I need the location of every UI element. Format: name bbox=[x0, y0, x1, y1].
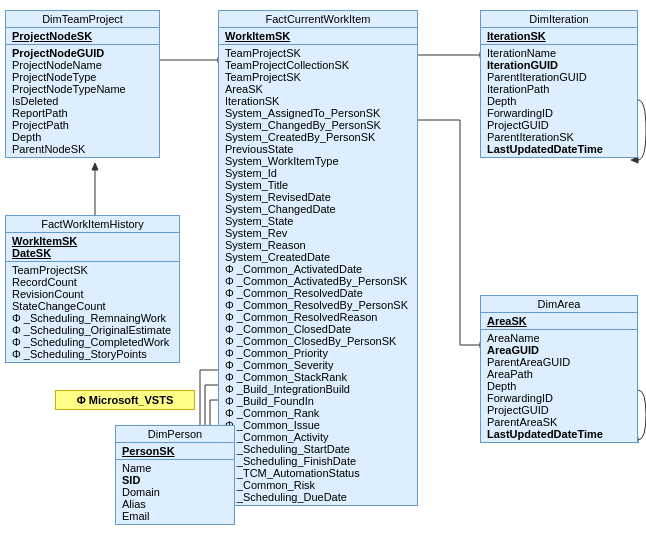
dimiteration-pk-section: IterationSK bbox=[481, 28, 637, 45]
dimperson-box: DimPerson PersonSK Name SID Domain Alias… bbox=[115, 425, 235, 525]
diagram-container: DimTeamProject ProjectNodeSK ProjectNode… bbox=[0, 0, 646, 540]
factworkitemhistory-box: FactWorkItemHistory WorkItemSK DateSK Te… bbox=[5, 215, 180, 363]
dimarea-pk-section: AreaSK bbox=[481, 313, 637, 330]
factworkitemhistory-pk-section: WorkItemSK DateSK bbox=[6, 233, 179, 262]
f-reportpath: ReportPath bbox=[12, 107, 153, 119]
fwih-datesk: DateSK bbox=[12, 247, 173, 259]
dimarea-fields: AreaName AreaGUID ParentAreaGUID AreaPat… bbox=[481, 330, 637, 442]
factworkitemhistory-fields: TeamProjectSK RecordCount RevisionCount … bbox=[6, 262, 179, 362]
svg-marker-11 bbox=[92, 163, 98, 170]
dimarea-box: DimArea AreaSK AreaName AreaGUID ParentA… bbox=[480, 295, 638, 443]
dimperson-title: DimPerson bbox=[116, 426, 234, 443]
dimiteration-box: DimIteration IterationSK IterationName I… bbox=[480, 10, 638, 158]
da-areask: AreaSK bbox=[487, 315, 631, 327]
dimiteration-title: DimIteration bbox=[481, 11, 637, 28]
dimteamproject-section-1: ProjectNodeSK bbox=[6, 28, 159, 45]
dimarea-title: DimArea bbox=[481, 296, 637, 313]
dimiteration-fields: IterationName IterationGUID ParentIterat… bbox=[481, 45, 637, 157]
dimteamproject-section-2: ProjectNodeGUID ProjectNodeName ProjectN… bbox=[6, 45, 159, 157]
factcurrentworkitem-fields: TeamProjectSK TeamProjectCollectionSK Te… bbox=[219, 45, 417, 505]
f-isdeleted: IsDeleted bbox=[12, 95, 153, 107]
factworkitemhistory-title: FactWorkItemHistory bbox=[6, 216, 179, 233]
microsoft-vsts-box: Φ Microsoft_VSTS bbox=[55, 390, 195, 410]
dimperson-pk-section: PersonSK bbox=[116, 443, 234, 460]
f-parentnodesk: ParentNodeSK bbox=[12, 143, 153, 155]
factcurrentworkitem-title: FactCurrentWorkItem bbox=[219, 11, 417, 28]
dimperson-fields: Name SID Domain Alias Email bbox=[116, 460, 234, 524]
di-iterationsk: IterationSK bbox=[487, 30, 631, 42]
dp-personsk: PersonSK bbox=[122, 445, 228, 457]
f-projectnodetypename: ProjectNodeTypeName bbox=[12, 83, 153, 95]
f-projectnodeguid: ProjectNodeGUID bbox=[12, 47, 153, 59]
factcurrentworkitem-pk-section: WorkItemSK bbox=[219, 28, 417, 45]
f-projectnodetype: ProjectNodeType bbox=[12, 71, 153, 83]
factcurrentworkitem-box: FactCurrentWorkItem WorkItemSK TeamProje… bbox=[218, 10, 418, 506]
f-projectnodename: ProjectNodeName bbox=[12, 59, 153, 71]
fci-workitemsk: WorkItemSK bbox=[225, 30, 411, 42]
dimteamproject-pk: ProjectNodeSK bbox=[12, 30, 153, 42]
dimteamproject-box: DimTeamProject ProjectNodeSK ProjectNode… bbox=[5, 10, 160, 158]
dimteamproject-title: DimTeamProject bbox=[6, 11, 159, 28]
f-depth: Depth bbox=[12, 131, 153, 143]
fwih-workitemsk: WorkItemSK bbox=[12, 235, 173, 247]
f-projectpath: ProjectPath bbox=[12, 119, 153, 131]
